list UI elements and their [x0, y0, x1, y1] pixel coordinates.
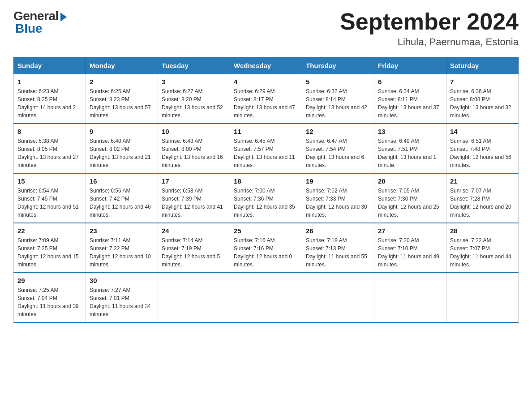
day-info: Sunrise: 6:36 AMSunset: 8:08 PMDaylight:…: [450, 88, 511, 119]
day-info: Sunrise: 6:27 AMSunset: 8:20 PMDaylight:…: [162, 88, 223, 119]
day-number: 6: [378, 78, 442, 86]
day-number: 22: [17, 227, 82, 235]
day-info: Sunrise: 6:47 AMSunset: 7:54 PMDaylight:…: [306, 138, 364, 168]
page-header: General Blue September 2024 Lihula, Paer…: [13, 9, 519, 48]
day-info: Sunrise: 7:07 AMSunset: 7:28 PMDaylight:…: [450, 188, 511, 218]
day-number: 20: [378, 177, 442, 185]
day-info: Sunrise: 6:25 AMSunset: 8:23 PMDaylight:…: [90, 88, 151, 119]
day-number: 1: [17, 78, 82, 86]
day-number: 26: [306, 227, 370, 235]
day-cell: 25 Sunrise: 7:16 AMSunset: 7:16 PMDaylig…: [230, 223, 302, 273]
day-info: Sunrise: 7:11 AMSunset: 7:22 PMDaylight:…: [90, 237, 151, 268]
header-wednesday: Wednesday: [230, 57, 302, 74]
day-info: Sunrise: 6:23 AMSunset: 8:25 PMDaylight:…: [17, 88, 76, 119]
week-row-1: 1 Sunrise: 6:23 AMSunset: 8:25 PMDayligh…: [14, 74, 519, 124]
day-info: Sunrise: 7:02 AMSunset: 7:33 PMDaylight:…: [306, 188, 367, 218]
day-cell: 8 Sunrise: 6:38 AMSunset: 8:05 PMDayligh…: [14, 124, 86, 173]
header-sunday: Sunday: [14, 57, 86, 74]
day-info: Sunrise: 6:32 AMSunset: 8:14 PMDaylight:…: [306, 88, 367, 119]
day-number: 23: [90, 227, 154, 235]
day-cell: 6 Sunrise: 6:34 AMSunset: 8:11 PMDayligh…: [374, 74, 446, 124]
day-number: 5: [306, 78, 370, 86]
week-row-5: 29 Sunrise: 7:25 AMSunset: 7:04 PMDaylig…: [14, 273, 519, 322]
day-cell: 26 Sunrise: 7:18 AMSunset: 7:13 PMDaylig…: [302, 223, 374, 273]
header-thursday: Thursday: [302, 57, 374, 74]
day-number: 3: [162, 78, 226, 86]
day-cell: 18 Sunrise: 7:00 AMSunset: 7:36 PMDaylig…: [230, 173, 302, 223]
day-info: Sunrise: 7:25 AMSunset: 7:04 PMDaylight:…: [17, 287, 79, 317]
day-cell: 12 Sunrise: 6:47 AMSunset: 7:54 PMDaylig…: [302, 124, 374, 173]
day-info: Sunrise: 6:29 AMSunset: 8:17 PMDaylight:…: [234, 88, 295, 119]
day-info: Sunrise: 6:56 AMSunset: 7:42 PMDaylight:…: [90, 188, 151, 218]
header-monday: Monday: [86, 57, 158, 74]
day-number: 29: [17, 277, 82, 284]
day-cell: 11 Sunrise: 6:45 AMSunset: 7:57 PMDaylig…: [230, 124, 302, 173]
logo: General Blue: [13, 9, 67, 36]
day-number: 21: [450, 177, 515, 185]
day-cell: 20 Sunrise: 7:05 AMSunset: 7:30 PMDaylig…: [374, 173, 446, 223]
day-cell: [374, 273, 446, 322]
day-number: 9: [90, 128, 154, 135]
title-area: September 2024 Lihula, Paernumaa, Estoni…: [340, 9, 519, 48]
day-cell: 15 Sunrise: 6:54 AMSunset: 7:45 PMDaylig…: [14, 173, 86, 223]
day-number: 30: [90, 277, 154, 284]
day-info: Sunrise: 7:00 AMSunset: 7:36 PMDaylight:…: [234, 188, 295, 218]
calendar-header-row: SundayMondayTuesdayWednesdayThursdayFrid…: [14, 57, 519, 74]
day-cell: [302, 273, 374, 322]
day-info: Sunrise: 7:09 AMSunset: 7:25 PMDaylight:…: [17, 237, 79, 268]
day-info: Sunrise: 6:43 AMSunset: 8:00 PMDaylight:…: [162, 138, 223, 168]
day-info: Sunrise: 6:38 AMSunset: 8:05 PMDaylight:…: [17, 138, 79, 168]
day-number: 13: [378, 128, 442, 135]
header-tuesday: Tuesday: [158, 57, 230, 74]
day-cell: 21 Sunrise: 7:07 AMSunset: 7:28 PMDaylig…: [446, 173, 519, 223]
day-cell: 1 Sunrise: 6:23 AMSunset: 8:25 PMDayligh…: [14, 74, 86, 124]
day-cell: 28 Sunrise: 7:22 AMSunset: 7:07 PMDaylig…: [446, 223, 519, 273]
day-number: 19: [306, 177, 370, 185]
week-row-3: 15 Sunrise: 6:54 AMSunset: 7:45 PMDaylig…: [14, 173, 519, 223]
calendar-table: SundayMondayTuesdayWednesdayThursdayFrid…: [13, 57, 519, 323]
day-number: 18: [234, 177, 298, 185]
day-cell: 9 Sunrise: 6:40 AMSunset: 8:02 PMDayligh…: [86, 124, 158, 173]
day-cell: 24 Sunrise: 7:14 AMSunset: 7:19 PMDaylig…: [158, 223, 230, 273]
day-number: 8: [17, 128, 82, 135]
day-info: Sunrise: 7:16 AMSunset: 7:16 PMDaylight:…: [234, 237, 292, 268]
day-cell: 14 Sunrise: 6:51 AMSunset: 7:48 PMDaylig…: [446, 124, 519, 173]
day-cell: 2 Sunrise: 6:25 AMSunset: 8:23 PMDayligh…: [86, 74, 158, 124]
day-info: Sunrise: 6:58 AMSunset: 7:39 PMDaylight:…: [162, 188, 223, 218]
day-number: 11: [234, 128, 298, 135]
day-number: 12: [306, 128, 370, 135]
logo-blue-text: Blue: [15, 21, 43, 36]
day-cell: 30 Sunrise: 7:27 AMSunset: 7:01 PMDaylig…: [86, 273, 158, 322]
week-row-4: 22 Sunrise: 7:09 AMSunset: 7:25 PMDaylig…: [14, 223, 519, 273]
day-cell: 3 Sunrise: 6:27 AMSunset: 8:20 PMDayligh…: [158, 74, 230, 124]
logo-arrow-icon: [60, 13, 67, 21]
day-cell: 23 Sunrise: 7:11 AMSunset: 7:22 PMDaylig…: [86, 223, 158, 273]
day-cell: [230, 273, 302, 322]
day-number: 2: [90, 78, 154, 86]
day-info: Sunrise: 6:54 AMSunset: 7:45 PMDaylight:…: [17, 188, 79, 218]
day-cell: [446, 273, 519, 322]
day-number: 17: [162, 177, 226, 185]
day-info: Sunrise: 6:45 AMSunset: 7:57 PMDaylight:…: [234, 138, 295, 168]
day-info: Sunrise: 7:14 AMSunset: 7:19 PMDaylight:…: [162, 237, 220, 268]
day-cell: [158, 273, 230, 322]
day-cell: 5 Sunrise: 6:32 AMSunset: 8:14 PMDayligh…: [302, 74, 374, 124]
day-number: 27: [378, 227, 442, 235]
day-number: 10: [162, 128, 226, 135]
day-number: 14: [450, 128, 515, 135]
header-friday: Friday: [374, 57, 446, 74]
day-cell: 4 Sunrise: 6:29 AMSunset: 8:17 PMDayligh…: [230, 74, 302, 124]
day-info: Sunrise: 7:20 AMSunset: 7:10 PMDaylight:…: [378, 237, 439, 268]
day-cell: 27 Sunrise: 7:20 AMSunset: 7:10 PMDaylig…: [374, 223, 446, 273]
day-number: 7: [450, 78, 515, 86]
day-info: Sunrise: 6:49 AMSunset: 7:51 PMDaylight:…: [378, 138, 436, 168]
week-row-2: 8 Sunrise: 6:38 AMSunset: 8:05 PMDayligh…: [14, 124, 519, 173]
location: Lihula, Paernumaa, Estonia: [340, 36, 519, 48]
day-cell: 19 Sunrise: 7:02 AMSunset: 7:33 PMDaylig…: [302, 173, 374, 223]
day-cell: 13 Sunrise: 6:49 AMSunset: 7:51 PMDaylig…: [374, 124, 446, 173]
day-info: Sunrise: 7:18 AMSunset: 7:13 PMDaylight:…: [306, 237, 367, 268]
day-info: Sunrise: 6:51 AMSunset: 7:48 PMDaylight:…: [450, 138, 511, 168]
day-info: Sunrise: 7:05 AMSunset: 7:30 PMDaylight:…: [378, 188, 439, 218]
day-number: 16: [90, 177, 154, 185]
day-cell: 17 Sunrise: 6:58 AMSunset: 7:39 PMDaylig…: [158, 173, 230, 223]
